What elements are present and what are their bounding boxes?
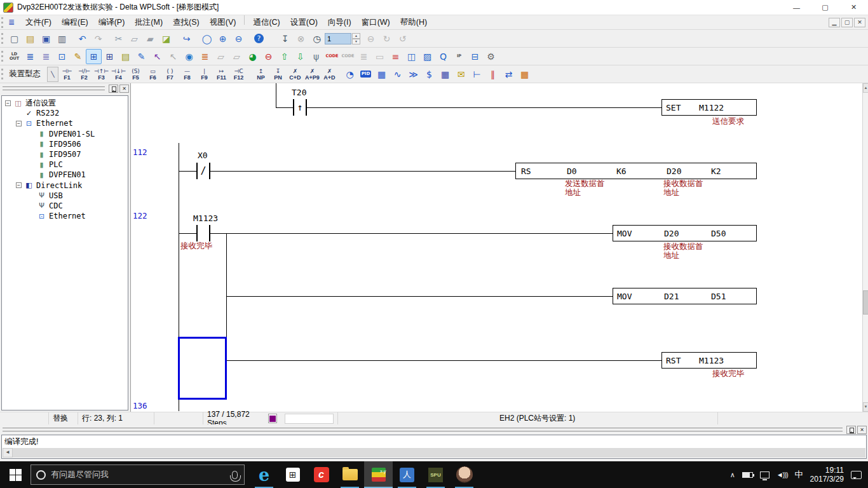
select-hand-disabled-icon[interactable]: ↖ (165, 49, 181, 64)
action-center-icon[interactable] (851, 471, 862, 479)
toolbar-grip[interactable] (1, 33, 4, 44)
maximize-button[interactable]: ▢ (811, 0, 839, 15)
undo-icon[interactable]: ↶ (74, 31, 90, 46)
open-file-icon[interactable]: ▤ (22, 31, 38, 46)
refresh-icon[interactable]: ↻ (379, 31, 395, 46)
mdi-close-button[interactable]: ✕ (854, 18, 865, 27)
workspace-tree-icon[interactable]: ⊞ (86, 49, 102, 64)
table-icon[interactable]: ▦ (437, 67, 453, 82)
network-icon[interactable] (760, 471, 770, 478)
menu-comment[interactable]: 批注(M) (130, 15, 168, 30)
run-monitor-icon[interactable]: ◕ (245, 49, 261, 64)
taskbar-avatar-icon[interactable] (450, 461, 478, 488)
cut-icon[interactable]: ✂ (111, 31, 126, 46)
ladder-diagram-icon[interactable]: ≣ (22, 49, 38, 64)
vline-f9[interactable]: ∣F9 (196, 66, 213, 83)
tree-item-usb[interactable]: Ψ USB (2, 191, 128, 201)
gear-icon[interactable]: ⚙ (483, 49, 499, 64)
menu-view[interactable]: 视图(V) (205, 15, 241, 30)
speaker-icon[interactable]: ◄))) (776, 471, 788, 478)
panel-pin-icon[interactable] (109, 85, 118, 93)
tree-item-rs232[interactable]: ✓ RS232 (2, 108, 128, 118)
save-file-icon[interactable]: ▣ (38, 31, 54, 46)
tree-item-dvpfen01[interactable]: ▮ DVPFEN01 (2, 170, 128, 180)
taskbar-wplsoft-icon[interactable] (364, 461, 393, 488)
tree-item-ifd9507[interactable]: ▮ IFD9507 (2, 149, 128, 159)
contact-m1123-no[interactable] (196, 225, 210, 241)
ip-search-icon[interactable]: IP (451, 49, 467, 64)
instruction-mov-d21-d51[interactable]: MOV D21 D51 (613, 288, 757, 304)
code-grey-icon[interactable]: CODE (340, 49, 356, 64)
mdi-minimize-button[interactable]: ▁ (829, 18, 840, 27)
tree-item-comm-settings[interactable]: − ◫ 通信设置 (2, 98, 128, 108)
panel-close-icon[interactable]: ✕ (119, 85, 129, 93)
download-program-icon[interactable]: ⇩ (292, 49, 308, 64)
coil-set-f5[interactable]: (S)F5 (127, 66, 144, 83)
tree-expand-icon[interactable]: − (16, 121, 22, 126)
panel-drag-handle[interactable] (3, 86, 105, 91)
taskbar-edge-icon[interactable]: e (250, 461, 278, 488)
menu-help[interactable]: 帮助(H) (395, 15, 432, 30)
minimize-button[interactable]: — (782, 0, 811, 15)
start-button[interactable] (0, 461, 31, 488)
tree-expand-icon[interactable]: − (16, 182, 22, 188)
code-check-icon[interactable]: CODE (324, 49, 340, 64)
wave-icon[interactable]: ∿ (390, 67, 405, 82)
contact-nc-f2[interactable]: ⊣/⊢F2 (76, 66, 93, 83)
tool-a-p9[interactable]: ✗A+P9 (304, 66, 321, 83)
coil-out-f7[interactable]: ( )F7 (161, 66, 179, 83)
thermometer-icon[interactable]: ∥ (485, 67, 501, 82)
menu-edit-program[interactable]: 编程(E) (57, 15, 93, 30)
step-ladder-icon[interactable]: ≫ (405, 67, 421, 82)
tool-c-d[interactable]: ✗C+D (287, 66, 304, 83)
lamp-icon[interactable]: ◉ (181, 49, 197, 64)
stop-icon[interactable]: ⊖ (261, 49, 276, 64)
tree-item-directlink[interactable]: − ◧ DirectLink (2, 180, 128, 191)
taskbar-store-icon[interactable]: ⊞ (278, 461, 307, 488)
menu-file[interactable]: 文件(F) (20, 15, 57, 30)
instruction-rs[interactable]: RS D0 K6 D20 K2 (515, 163, 757, 179)
tree-item-dvpen01-sl[interactable]: ▮ DVPEN01-SL (2, 129, 128, 139)
jump-link-icon[interactable]: ↪ (179, 31, 194, 46)
zoom-q-icon[interactable]: Q (435, 49, 451, 64)
step-number-input[interactable] (325, 33, 351, 44)
select-hand-icon[interactable]: ↖ (149, 49, 165, 64)
taskbar-pdf-icon[interactable]: 人 (393, 461, 421, 488)
taskbar-explorer-icon[interactable] (336, 461, 364, 488)
instruction-mov-d20-d50[interactable]: MOV D20 D50 (613, 225, 757, 241)
vertical-scrollbar[interactable]: ▲ ▼ (862, 83, 868, 412)
device-comment-icon[interactable]: ▤ (118, 49, 133, 64)
contact-t20-rising[interactable]: ↑ (293, 99, 307, 116)
clock[interactable]: 19:11 2017/3/29 (810, 466, 844, 484)
upload-program-icon[interactable]: ⇧ (276, 49, 292, 64)
mdi-restore-button[interactable]: ▢ (841, 18, 853, 27)
ladder-editor[interactable]: 112 122 136 T20 ↑ SET M1122 送信要求 X0 / (130, 83, 862, 412)
horizontal-scrollbar[interactable]: ◄ (3, 448, 865, 458)
image-view-icon[interactable]: ▨ (419, 49, 435, 64)
taskbar-red-app-icon[interactable]: c (307, 461, 336, 488)
instruction-set-m1122[interactable]: SET M1122 (661, 99, 757, 116)
counter-blocks-icon[interactable]: ▦ (374, 67, 390, 82)
tree-item-ethernet[interactable]: − ⊡ Ethernet (2, 118, 128, 128)
scroll-down-icon[interactable]: ▼ (863, 402, 868, 412)
edit-pen-icon[interactable]: ✎ (133, 49, 149, 64)
print-icon[interactable]: ▥ (54, 31, 70, 46)
counter-f12[interactable]: ⊣CF12 (230, 66, 247, 83)
edit-comment-icon[interactable]: ✎ (70, 49, 86, 64)
zoom-in-icon[interactable]: ⊕ (215, 31, 231, 46)
tree-item-ethernet2[interactable]: ⊡ Ethernet (2, 211, 128, 221)
ld-out-instruction-icon[interactable]: LD OUT (6, 49, 22, 64)
branch-add-icon[interactable]: ⊢ (469, 67, 485, 82)
tree-item-ifd9506[interactable]: ▮ IFD9506 (2, 139, 128, 149)
trace-off-icon[interactable]: ⊗ (293, 31, 309, 46)
scroll-left-icon[interactable]: ◄ (3, 448, 13, 458)
scrollbar-thumb[interactable] (863, 290, 868, 315)
menu-wizard[interactable]: 向导(I) (323, 15, 356, 30)
tree-expand-icon[interactable]: − (5, 100, 11, 106)
trace-down-icon[interactable]: ↧ (277, 31, 293, 46)
panel-close-icon[interactable]: ✕ (857, 426, 867, 434)
toolbar-grip[interactable] (1, 69, 4, 79)
tree-item-cdc[interactable]: Ψ CDC (2, 201, 128, 211)
orange-table-icon[interactable]: ▦ (517, 67, 532, 82)
mail-icon[interactable]: ✉ (453, 67, 469, 82)
